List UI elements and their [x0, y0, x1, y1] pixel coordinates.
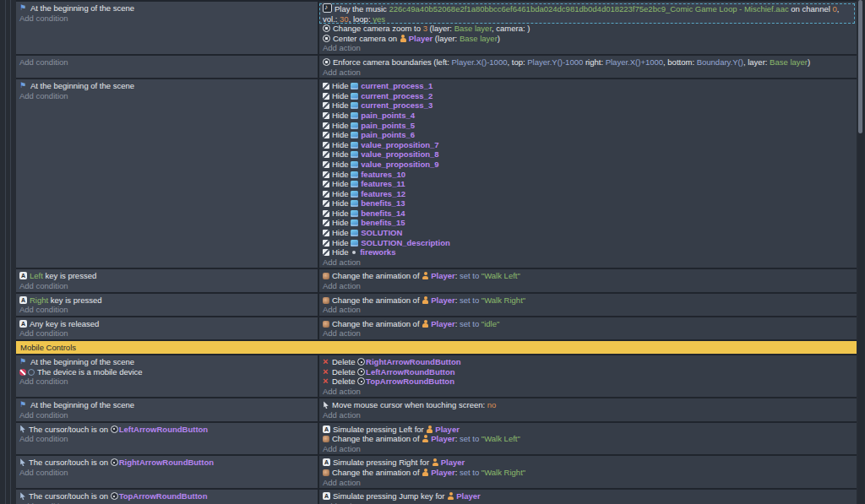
action-row[interactable]: Hide current_process_3	[319, 100, 857, 111]
add-action-link[interactable]: Add action	[319, 444, 857, 454]
roundbtn-icon	[357, 368, 365, 376]
condition-row[interactable]: At the beginning of the scene	[16, 357, 318, 367]
action-row[interactable]: Center camera on Player (layer: Base lay…	[319, 34, 857, 44]
action-row[interactable]: Hide benefits_15	[319, 218, 857, 228]
add-action-link[interactable]: Add action	[319, 257, 857, 268]
action-row[interactable]: Hide SOLUTION	[319, 228, 857, 238]
action-row-text: Player	[431, 468, 455, 477]
action-row[interactable]: Change the animation of Player: set to "…	[319, 434, 857, 444]
action-row-text: , bottom:	[663, 57, 697, 67]
action-row-text: set to	[460, 468, 481, 477]
action-row-text: current_process_3	[361, 100, 432, 110]
action-row-text: SOLUTION_description	[361, 238, 450, 247]
action-row[interactable]: Hide features_12	[319, 189, 857, 199]
action-row[interactable]: Hide pain_points_4	[319, 111, 857, 121]
condition-row[interactable]: At the beginning of the scene	[16, 81, 318, 91]
add-action-link[interactable]: Add action	[319, 68, 857, 78]
action-row-text: Hide	[332, 247, 351, 257]
music-icon	[323, 3, 332, 13]
condition-row[interactable]: The cursor/touch is on RightArrowRoundBu…	[16, 458, 318, 468]
action-row-text: , top:	[507, 57, 527, 67]
add-condition-link[interactable]: Add condition	[16, 410, 318, 420]
action-row[interactable]: Hide benefits_13	[319, 198, 857, 209]
action-row-text: Player	[456, 491, 481, 501]
action-row-text: Player	[441, 458, 465, 467]
action-row[interactable]: Change the animation of Player: set to "…	[319, 271, 857, 281]
add-condition-link[interactable]: Add condition	[16, 377, 318, 387]
action-row[interactable]: Hide value_proposition_7	[319, 140, 857, 150]
action-row[interactable]: Hide current_process_1	[319, 81, 857, 91]
scrollbar-track[interactable]	[858, 0, 864, 504]
action-row-text: Hide	[332, 81, 351, 90]
action-row[interactable]: Hide fireworks	[319, 247, 857, 257]
action-row-text: Player.X()-1000	[451, 57, 507, 67]
action-row[interactable]: Change camera zoom to 3 (layer: Base lay…	[319, 24, 857, 34]
condition-row-text: Any key is released	[30, 319, 99, 328]
action-row[interactable]: Delete TopArrowRoundButton	[319, 377, 857, 387]
condition-row[interactable]: The cursor/touch is on TopArrowRoundButt…	[16, 491, 318, 501]
action-row-text: value_proposition_8	[361, 149, 438, 159]
action-row[interactable]: Simulate pressing Right for Player	[319, 458, 857, 468]
action-row[interactable]: Change the animation of Player: set to "…	[319, 319, 857, 329]
add-action-link[interactable]: Add action	[319, 43, 857, 53]
action-row-text: Simulate pressing Left for	[333, 425, 426, 434]
add-condition-link[interactable]: Add condition	[16, 57, 318, 68]
player-icon	[422, 435, 429, 442]
action-row-text: value_proposition_7	[361, 140, 438, 149]
condition-row[interactable]: The cursor/touch is on LeftArrowRoundBut…	[16, 425, 318, 435]
condition-row-text: The device is a mobile device	[37, 367, 143, 377]
hide-icon	[323, 219, 329, 226]
condition-row-text: LeftArrowRoundButton	[119, 425, 209, 434]
condition-row[interactable]: At the beginning of the scene	[16, 400, 318, 410]
textobj-icon	[351, 171, 358, 178]
condition-row[interactable]: The device is a mobile device	[16, 367, 318, 377]
scrollbar-thumb[interactable]	[858, 0, 862, 133]
condition-row[interactable]: At the beginning of the scene	[16, 3, 318, 14]
action-row-text: Base layer	[454, 24, 492, 33]
action-row[interactable]: Simulate pressing Left for Player	[319, 425, 857, 435]
add-condition-link[interactable]: Add condition	[16, 328, 318, 339]
add-condition-link[interactable]: Add condition	[16, 91, 318, 101]
action-row[interactable]: Hide pain_points_5	[319, 121, 857, 131]
action-row[interactable]: Change the animation of Player: set to "…	[319, 295, 857, 306]
action-row[interactable]: Enforce camera boundaries (left: Player.…	[319, 57, 857, 68]
action-row[interactable]: Hide value_proposition_9	[319, 160, 857, 170]
action-row[interactable]: Play the music 226c49a40b52068e2f1a80bbc…	[319, 3, 855, 24]
player-icon	[426, 425, 433, 433]
action-row[interactable]: Simulate pressing Jump key for Player	[319, 491, 857, 501]
add-action-link[interactable]: Add action	[319, 328, 857, 339]
action-row[interactable]: Hide SOLUTION_description	[319, 238, 857, 248]
condition-row[interactable]: Right key is pressed	[16, 295, 318, 306]
action-row-text: Hide	[332, 140, 351, 149]
add-condition-link[interactable]: Add condition	[16, 468, 318, 478]
action-row[interactable]: Delete LeftArrowRoundButton	[319, 367, 857, 377]
add-action-link[interactable]: Add action	[319, 478, 857, 488]
action-row[interactable]: Hide features_11	[319, 179, 857, 189]
action-row[interactable]: Move mouse cursor when touching screen: …	[319, 400, 857, 410]
textobj-icon	[351, 200, 358, 207]
action-row[interactable]: Hide pain_points_6	[319, 130, 857, 140]
add-action-link[interactable]: Add action	[319, 387, 857, 397]
add-action-link[interactable]: Add action	[319, 305, 857, 315]
condition-row[interactable]: Any key is released	[16, 319, 318, 329]
add-action-link[interactable]: Add action	[319, 281, 857, 291]
action-row[interactable]: Hide features_10	[319, 170, 857, 180]
condition-row[interactable]: Left key is pressed	[16, 271, 318, 281]
action-row-text: (layer:	[427, 24, 454, 33]
add-action-link[interactable]: Add action	[319, 410, 857, 420]
add-condition-link[interactable]: Add condition	[16, 305, 318, 315]
action-row-text: "Walk Right"	[481, 468, 525, 477]
add-condition-link[interactable]: Add condition	[16, 434, 318, 444]
actions-column: Simulate pressing Jump key for PlayerAdd…	[318, 490, 857, 504]
event-group-header-mobile-controls[interactable]: Mobile Controls	[16, 341, 857, 354]
action-row[interactable]: Hide value_proposition_8	[319, 149, 857, 160]
action-row[interactable]: Hide benefits_14	[319, 209, 857, 219]
action-row[interactable]: Change the animation of Player: set to "…	[319, 468, 857, 478]
x-icon	[323, 358, 329, 366]
conditions-column: At the beginning of the sceneAdd conditi…	[16, 79, 318, 268]
add-condition-link[interactable]: Add condition	[16, 281, 318, 291]
add-condition-link[interactable]: Add condition	[16, 14, 318, 24]
action-row[interactable]: Hide current_process_2	[319, 91, 857, 101]
action-row[interactable]: Delete RightArrowRoundButton	[319, 357, 857, 367]
hide-icon	[323, 93, 329, 100]
